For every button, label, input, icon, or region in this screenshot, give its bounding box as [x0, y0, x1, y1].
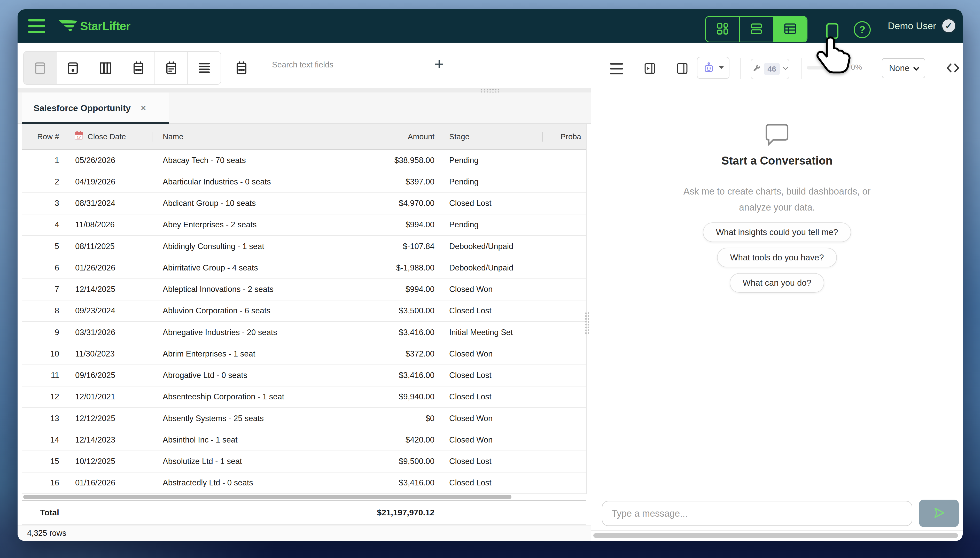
- table-row[interactable]: 10 11/30/2023 Abrim Enterprises - 1 seat…: [22, 343, 586, 365]
- cell-name: Abidingly Consulting - 1 seat: [152, 236, 312, 257]
- total-label: Total: [22, 501, 63, 524]
- table-row[interactable]: 2 04/19/2026 Abarticular Industries - 0 …: [22, 171, 586, 193]
- cell-name: Abirritative Group - 4 seats: [152, 257, 312, 278]
- table-row[interactable]: 11 09/16/2025 Abrogative Ltd - 0 seats $…: [22, 365, 586, 386]
- table-view-button[interactable]: [774, 17, 807, 42]
- cell-amount: $9,940.00: [312, 386, 441, 407]
- suggestion-pill[interactable]: What can you do?: [730, 273, 824, 293]
- header-stage[interactable]: Stage: [441, 124, 542, 149]
- calendar-dots-button[interactable]: [225, 51, 258, 85]
- user-name-label: Demo User: [888, 21, 936, 31]
- tool-count-button[interactable]: 46: [751, 59, 789, 79]
- layout-icon-group: [23, 51, 221, 85]
- chat-panel-toggle-button[interactable]: [823, 21, 841, 43]
- sidebar-layout-button[interactable]: [675, 62, 689, 76]
- cell-probability: [542, 473, 586, 493]
- grid-view-button[interactable]: [706, 17, 740, 42]
- code-view-button[interactable]: [945, 60, 961, 77]
- table-row[interactable]: 3 08/31/2024 Abdicant Group - 10 seats $…: [22, 193, 586, 214]
- cell-stage: Closed Lost: [441, 193, 542, 214]
- send-button[interactable]: [919, 500, 959, 527]
- table-row[interactable]: 16 01/16/2026 Abstractedly Ltd - 0 seats…: [22, 473, 586, 494]
- cell-row-number: 11: [22, 365, 63, 386]
- help-button[interactable]: ?: [854, 21, 871, 38]
- table-row[interactable]: 12 12/01/2021 Absenteeship Corporation -…: [22, 386, 586, 408]
- status-bar: 4,325 rows: [18, 525, 591, 541]
- cell-close-date: 03/31/2026: [63, 322, 152, 343]
- panel-resize-grip[interactable]: [585, 312, 589, 334]
- context-select[interactable]: None: [882, 58, 925, 78]
- cell-row-number: 6: [22, 257, 63, 278]
- card-dots-button[interactable]: [122, 52, 155, 84]
- cell-amount: $0: [312, 408, 441, 429]
- cell-stage: Closed Lost: [441, 365, 542, 386]
- horizontal-scrollbar[interactable]: [23, 495, 511, 499]
- table-row[interactable]: 15 10/12/2025 Absolutize Ltd - 1 seat $9…: [22, 451, 586, 473]
- card-blank-button[interactable]: [24, 52, 57, 84]
- caret-down-icon: [719, 66, 724, 71]
- header-row-number[interactable]: Row #: [22, 124, 63, 149]
- card-lines-button[interactable]: [155, 52, 188, 84]
- rows-view-button[interactable]: [740, 17, 774, 42]
- table-row[interactable]: 6 01/26/2026 Abirritative Group - 4 seat…: [22, 257, 586, 279]
- horizontal-resize-strip[interactable]: [18, 88, 591, 92]
- cell-row-number: 12: [22, 386, 63, 407]
- table-row[interactable]: 8 09/23/2024 Abluvion Corporation - 6 se…: [22, 300, 586, 322]
- cell-name: Abacay Tech - 70 seats: [152, 150, 312, 171]
- table-row[interactable]: 4 11/08/2026 Abey Enterprises - 2 seats …: [22, 214, 586, 236]
- agent-selector-button[interactable]: [697, 57, 729, 79]
- cell-amount: $3,500.00: [312, 300, 441, 322]
- cell-probability: [542, 279, 586, 300]
- usage-progress-bar: [807, 66, 846, 69]
- suggestion-pill[interactable]: What insights could you tell me?: [703, 222, 851, 242]
- header-probability[interactable]: Proba: [542, 124, 586, 149]
- cell-amount: $3,416.00: [312, 473, 441, 493]
- cell-stage: Debooked/Unpaid: [441, 236, 542, 257]
- tab-close-icon[interactable]: ×: [141, 103, 146, 114]
- table-row[interactable]: 7 12/14/2025 Ableptical Innovations - 2 …: [22, 279, 586, 300]
- user-menu[interactable]: Demo User: [888, 9, 936, 43]
- header-close-date[interactable]: 17 Close Date: [63, 124, 152, 149]
- table-row[interactable]: 5 08/11/2025 Abidingly Consulting - 1 se…: [22, 236, 586, 257]
- suggestion-pill[interactable]: What tools do you have?: [717, 248, 837, 268]
- add-button[interactable]: +: [430, 52, 448, 75]
- toolbar-divider: [801, 58, 801, 79]
- header-amount[interactable]: Amount: [312, 124, 441, 149]
- cell-row-number: 9: [22, 322, 63, 343]
- columns-button[interactable]: [89, 52, 122, 84]
- table-row[interactable]: 13 12/12/2025 Absently Systems - 25 seat…: [22, 408, 586, 429]
- wing-icon: [57, 19, 79, 34]
- wrench-icon: [751, 64, 761, 74]
- chat-panel: 46 0% None: [591, 43, 963, 541]
- table-row[interactable]: 14 12/14/2023 Absinthol Inc - 1 seat $42…: [22, 429, 586, 451]
- cell-close-date: 04/19/2026: [63, 171, 152, 192]
- search-input[interactable]: [272, 57, 418, 72]
- cell-stage: Closed Lost: [441, 300, 542, 322]
- table-row[interactable]: 9 03/31/2026 Abnegative Industries - 20 …: [22, 322, 586, 343]
- cell-amount: $420.00: [312, 429, 441, 450]
- cell-row-number: 5: [22, 236, 63, 257]
- plus-icon: +: [434, 54, 444, 73]
- hamburger-menu-button[interactable]: [28, 19, 45, 33]
- cell-stage: Debooked/Unpaid: [441, 257, 542, 278]
- table-row[interactable]: 1 05/26/2026 Abacay Tech - 70 seats $38,…: [22, 150, 586, 171]
- avatar[interactable]: ✓: [941, 18, 957, 34]
- suggestion-label: What tools do you have?: [730, 253, 824, 263]
- panel-menu-button[interactable]: [610, 63, 623, 74]
- list-lines-button[interactable]: [188, 52, 221, 84]
- tab-salesforce-opportunity[interactable]: Salesforce Opportunity ×: [22, 92, 169, 124]
- grid-view-icon: [715, 21, 730, 37]
- chat-message-input[interactable]: [602, 501, 912, 526]
- card-dot-button[interactable]: [57, 52, 89, 84]
- cell-name: Abnegative Industries - 20 seats: [152, 322, 312, 343]
- send-icon: [932, 505, 946, 521]
- svg-text:17: 17: [77, 135, 81, 139]
- cell-name: Abstractedly Ltd - 0 seats: [152, 473, 312, 493]
- table-header: Row # 17 Close Date Name Amount: [22, 124, 586, 150]
- desktop-wallpaper: StarLifter: [0, 0, 980, 558]
- cell-row-number: 7: [22, 279, 63, 300]
- cell-row-number: 2: [22, 171, 63, 192]
- expand-panel-button[interactable]: [643, 62, 657, 76]
- header-name[interactable]: Name: [152, 124, 312, 149]
- panel-scrollbar[interactable]: [593, 533, 958, 538]
